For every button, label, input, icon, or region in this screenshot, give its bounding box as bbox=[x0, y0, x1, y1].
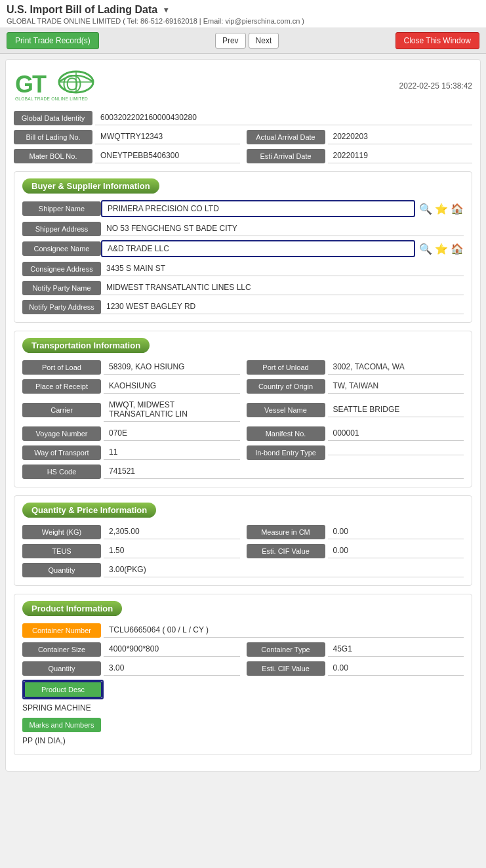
notify-party-address-label: Notify Party Address bbox=[22, 300, 101, 314]
esti-cif-value: 0.00 bbox=[328, 543, 464, 558]
shipper-address-label: Shipper Address bbox=[22, 222, 101, 236]
mater-bol-label: Mater BOL No. bbox=[14, 149, 92, 163]
consignee-address-value: 3435 S MAIN ST bbox=[101, 261, 464, 276]
container-number-label: Container Number bbox=[22, 623, 101, 638]
container-number-value: TCLU6665064 ( 00 / L / CY ) bbox=[104, 623, 464, 638]
marks-numbers-value: PP (IN DIA,) bbox=[22, 735, 464, 747]
global-data-value: 600320220216000043028​0 bbox=[95, 110, 472, 125]
logo-row: G T O GLOBAL TRADE ONLINE LIMITED 2022-0… bbox=[14, 68, 472, 104]
manifest-value: 000001 bbox=[328, 426, 464, 441]
mater-bol-value: ONEYTPEBB5406300 bbox=[95, 148, 240, 163]
prev-button[interactable]: Prev bbox=[215, 33, 246, 49]
consignee-name-value: A&D TRADE LLC bbox=[101, 240, 415, 257]
notify-party-address-value: 1230 WEST BAGLEY RD bbox=[101, 299, 464, 314]
marks-numbers-label: Marks and Numbers bbox=[22, 718, 101, 732]
esti-cif-label: Esti. CIF Value bbox=[247, 544, 325, 558]
way-transport-value: 11 bbox=[104, 445, 240, 460]
measure-value: 0.00 bbox=[328, 524, 464, 539]
hs-code-label: HS Code bbox=[22, 465, 101, 479]
transport-row5: Way of Transport 11 In-bond Entry Type bbox=[22, 445, 464, 460]
actual-arrival-value: 20220203 bbox=[328, 129, 473, 144]
consignee-star-icon[interactable]: ⭐ bbox=[435, 243, 448, 255]
main-content: G T O GLOBAL TRADE ONLINE LIMITED 2022-0… bbox=[5, 59, 481, 772]
logo-svg: G T O GLOBAL TRADE ONLINE LIMITED bbox=[14, 68, 99, 104]
product-qty-value: 3.00 bbox=[104, 661, 240, 676]
close-button[interactable]: Close This Window bbox=[395, 32, 479, 49]
transport-row3: Carrier MWQT, MIDWEST TRANSATLANTIC LIN … bbox=[22, 398, 464, 422]
hs-code-value: 741521 bbox=[104, 464, 464, 479]
dropdown-arrow[interactable]: ▾ bbox=[164, 5, 168, 14]
buyer-supplier-header: Buyer & Supplier Information bbox=[22, 178, 159, 194]
svg-text:T: T bbox=[32, 71, 47, 98]
timestamp: 2022-02-25 15:38:42 bbox=[399, 81, 472, 91]
voyage-label: Voyage Number bbox=[22, 426, 101, 441]
product-esti-cif-value: 0.00 bbox=[328, 661, 464, 676]
product-desc-label: Product Desc bbox=[24, 681, 102, 698]
transportation-section: Transportation Information Port of Load … bbox=[14, 331, 472, 487]
port-unload-label: Port of Unload bbox=[247, 360, 325, 375]
consignee-icons: 🔍 ⭐ 🏠 bbox=[419, 243, 464, 255]
shipper-star-icon[interactable]: ⭐ bbox=[435, 203, 448, 215]
notify-party-value: MIDWEST TRANSATLANTIC LINES LLC bbox=[101, 280, 464, 295]
global-data-label: Global Data Identity bbox=[14, 111, 92, 125]
shipper-home-icon[interactable]: 🏠 bbox=[451, 203, 464, 215]
product-section: Product Information Container Number TCL… bbox=[14, 594, 472, 755]
shipper-name-value: PRIMERA PRECISION CO LTD bbox=[101, 200, 415, 217]
port-load-label: Port of Load bbox=[22, 360, 101, 375]
actual-arrival-label: Actual Arrival Date bbox=[247, 130, 325, 144]
product-desc-value: SPRING MACHINE bbox=[22, 702, 464, 714]
consignee-name-row: Consignee Name A&D TRADE LLC 🔍 ⭐ 🏠 bbox=[22, 240, 464, 257]
manifest-label: Manifest No. bbox=[247, 426, 325, 441]
qty-label: Quantity bbox=[22, 563, 101, 577]
transport-row1: Port of Load 58309, KAO HSIUNG Port of U… bbox=[22, 360, 464, 375]
consignee-name-label: Consignee Name bbox=[22, 241, 101, 256]
quantity-price-header: Quantity & Price Information bbox=[22, 503, 156, 518]
container-size-label: Container Size bbox=[22, 642, 101, 657]
product-desc-container: Product Desc SPRING MACHINE bbox=[22, 680, 464, 714]
consignee-home-icon[interactable]: 🏠 bbox=[451, 243, 464, 255]
container-type-value: 45G1 bbox=[328, 642, 464, 657]
product-header: Product Information bbox=[22, 601, 122, 616]
notify-party-row: Notify Party Name MIDWEST TRANSATLANTIC … bbox=[22, 280, 464, 295]
bol-no-value: MWQTTRY12343 bbox=[95, 129, 240, 144]
product-qty-row: Quantity 3.00 Esti. CIF Value 0.00 bbox=[22, 661, 464, 676]
toolbar: Print Trade Record(s) Prev Next Close Th… bbox=[0, 28, 486, 54]
next-button[interactable]: Next bbox=[249, 33, 279, 49]
way-transport-label: Way of Transport bbox=[22, 445, 101, 460]
print-button[interactable]: Print Trade Record(s) bbox=[7, 32, 99, 49]
buyer-supplier-section: Buyer & Supplier Information Shipper Nam… bbox=[14, 171, 472, 323]
shipper-search-icon[interactable]: 🔍 bbox=[419, 203, 432, 215]
shipper-address-value: NO 53 FENGCHENG ST BADE CITY bbox=[101, 221, 464, 236]
marks-numbers-container: Marks and Numbers PP (IN DIA,) bbox=[22, 718, 464, 747]
inbond-value bbox=[328, 449, 464, 455]
country-origin-label: Country of Origin bbox=[247, 379, 325, 394]
qty-row3: Quantity 3.00(PKG) bbox=[22, 562, 464, 577]
weight-value: 2,305.00 bbox=[104, 524, 240, 539]
container-number-row: Container Number TCLU6665064 ( 00 / L / … bbox=[22, 623, 464, 638]
notify-party-address-row: Notify Party Address 1230 WEST BAGLEY RD bbox=[22, 299, 464, 314]
country-origin-value: TW, TAIWAN bbox=[328, 379, 464, 394]
port-unload-value: 3002, TACOMA, WA bbox=[328, 360, 464, 375]
place-receipt-value: KAOHSIUNG bbox=[104, 379, 240, 394]
bol-no-label: Bill of Lading No. bbox=[14, 130, 92, 144]
carrier-label: Carrier bbox=[22, 403, 101, 417]
port-load-value: 58309, KAO HSIUNG bbox=[104, 360, 240, 375]
container-size-row: Container Size 4000*900*800 Container Ty… bbox=[22, 642, 464, 657]
consignee-search-icon[interactable]: 🔍 bbox=[419, 243, 432, 255]
shipper-address-row: Shipper Address NO 53 FENGCHENG ST BADE … bbox=[22, 221, 464, 236]
measure-label: Measure in CM bbox=[247, 525, 325, 539]
container-size-value: 4000*900*800 bbox=[104, 642, 240, 657]
notify-party-label: Notify Party Name bbox=[22, 281, 101, 295]
quantity-price-section: Quantity & Price Information Weight (KG)… bbox=[14, 495, 472, 586]
container-type-label: Container Type bbox=[247, 642, 325, 657]
svg-text:G: G bbox=[15, 71, 33, 98]
transport-row2: Place of Receipt KAOHSIUNG Country of Or… bbox=[22, 379, 464, 394]
qty-row2: TEUS 1.50 Esti. CIF Value 0.00 bbox=[22, 543, 464, 558]
svg-text:O: O bbox=[63, 71, 81, 98]
global-data-row: Global Data Identity 6003202202160000430… bbox=[14, 110, 472, 125]
svg-text:GLOBAL TRADE ONLINE LIMITED: GLOBAL TRADE ONLINE LIMITED bbox=[15, 96, 88, 101]
consignee-address-row: Consignee Address 3435 S MAIN ST bbox=[22, 261, 464, 276]
esti-arrival-value: 20220119 bbox=[328, 148, 473, 163]
transport-row4: Voyage Number 070E Manifest No. 000001 bbox=[22, 426, 464, 441]
page-subtitle: GLOBAL TRADE ONLINE LIMITED ( Tel: 86-51… bbox=[7, 17, 479, 25]
